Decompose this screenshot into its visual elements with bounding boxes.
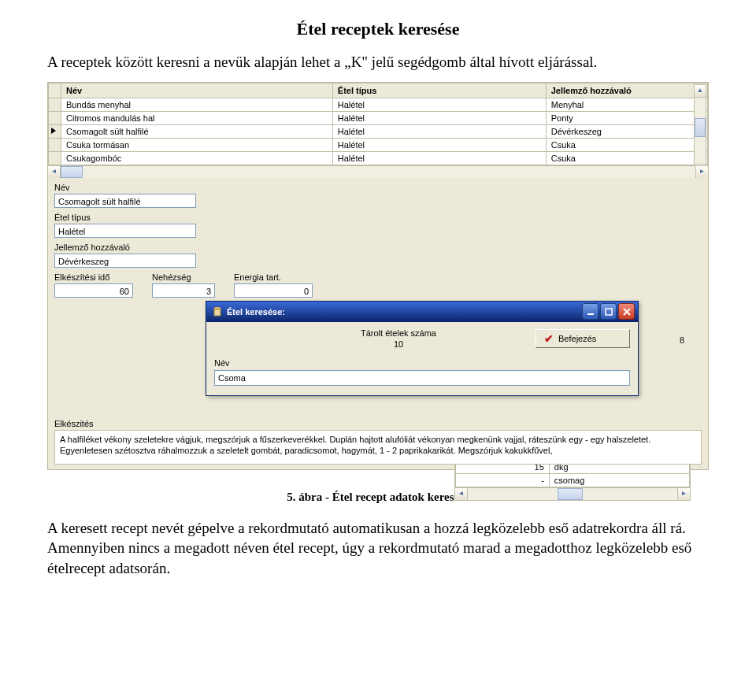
counter-label: Tárolt ételek száma <box>261 328 536 338</box>
check-icon: ✔ <box>544 332 554 345</box>
table-row[interactable]: Citromos mandulás halHalételPonty <box>49 111 708 124</box>
grid-vertical-scrollbar[interactable]: ▲ ▼ <box>694 84 706 177</box>
grid-horizontal-scrollbar[interactable]: ◄ ► <box>48 165 708 178</box>
hscroll-thumb[interactable] <box>61 166 83 178</box>
finish-button-label: Befejezés <box>558 334 596 343</box>
dialog-titlebar[interactable]: Étel keresése: <box>206 302 638 322</box>
cell-name[interactable]: Citromos mandulás hal <box>61 111 333 124</box>
prep-text[interactable]: A halfiléket vékony szeletekre vágjuk, m… <box>54 430 702 465</box>
row-indicator <box>49 151 61 165</box>
cell-type[interactable]: Halétel <box>332 111 546 124</box>
table-row[interactable]: Bundás menyhalHalételMenyhal <box>49 98 708 111</box>
cell-name[interactable]: Bundás menyhal <box>61 98 333 111</box>
cell-ingredient[interactable]: Menyhal <box>546 98 707 111</box>
side-scroll-left-button[interactable]: ◄ <box>455 488 468 500</box>
side-hscroll-thumb[interactable] <box>558 488 583 500</box>
detail-form: Név Csomagolt sült halfilé Étel típus Ha… <box>48 178 708 304</box>
difficulty-field[interactable]: 3 <box>152 283 215 298</box>
recipe-grid[interactable]: Név Étel típus Jellemző hozzávaló Bundás… <box>48 83 708 165</box>
scroll-right-button[interactable]: ► <box>695 166 708 178</box>
grid-corner <box>49 83 61 98</box>
cell-type[interactable]: Halétel <box>332 138 546 151</box>
ingredient-field[interactable]: Dévérkeszeg <box>54 254 196 268</box>
counter-value: 10 <box>261 339 536 349</box>
svg-rect-0 <box>214 309 220 316</box>
table-row[interactable]: CsukagombócHalételCsuka <box>49 151 708 165</box>
table-row[interactable]: Csomagolt sült halfiléHalételDévérkeszeg <box>49 124 708 138</box>
scroll-up-button[interactable]: ▲ <box>695 85 706 98</box>
cell-ingredient[interactable]: Dévérkeszeg <box>546 124 707 138</box>
search-name-label: Név <box>214 358 630 368</box>
intro-paragraph: A receptek között keresni a nevük alapjá… <box>47 52 709 72</box>
svg-rect-1 <box>587 313 594 315</box>
row-indicator <box>49 111 61 124</box>
col-ingredient[interactable]: Jellemző hozzávaló <box>546 83 707 98</box>
dialog-title: Étel keresése: <box>227 307 580 317</box>
col-type[interactable]: Étel típus <box>332 83 546 98</box>
minimize-button[interactable] <box>582 303 598 320</box>
time-label: Elkészítési idő <box>54 272 133 282</box>
cell-name[interactable]: Csuka tormásan <box>61 138 333 151</box>
search-dialog: Étel keresése: Tárolt étel <box>206 301 639 396</box>
maximize-button[interactable] <box>600 303 617 320</box>
cell-name[interactable]: Csukagombóc <box>61 151 333 165</box>
qty-cell[interactable]: - <box>456 473 550 487</box>
scroll-left-button[interactable]: ◄ <box>48 166 61 178</box>
cell-type[interactable]: Halétel <box>332 151 546 165</box>
energy-label: Energia tart. <box>234 272 313 282</box>
energy-field[interactable]: 0 <box>234 283 313 298</box>
outro-paragraph: A keresett recept nevét gépelve a rekord… <box>47 518 709 579</box>
time-field[interactable]: 60 <box>54 283 133 298</box>
svg-rect-2 <box>606 309 612 315</box>
unit-cell[interactable]: csomag <box>549 473 689 487</box>
cell-name[interactable]: Csomagolt sült halfilé <box>61 124 333 138</box>
name-field[interactable]: Csomagolt sült halfilé <box>54 194 196 208</box>
cell-ingredient[interactable]: Csuka <box>546 151 707 165</box>
cell-type[interactable]: Halétel <box>332 124 546 138</box>
close-button[interactable] <box>618 303 635 320</box>
table-row[interactable]: Csuka tormásanHalételCsuka <box>49 138 708 151</box>
right-count: 8 <box>680 335 684 345</box>
cell-type[interactable]: Halétel <box>332 98 546 111</box>
dialog-icon <box>211 306 224 318</box>
search-name-input[interactable] <box>214 370 630 386</box>
name-label: Név <box>54 183 196 192</box>
type-label: Étel típus <box>54 213 196 222</box>
difficulty-label: Nehézség <box>152 272 215 282</box>
list-item[interactable]: -csomag <box>456 473 690 487</box>
row-indicator <box>49 138 61 151</box>
prep-label: Elkészités <box>48 416 708 428</box>
row-indicator <box>49 124 61 138</box>
doc-title: Étel receptek keresése <box>47 19 709 39</box>
screenshot-panel: Név Étel típus Jellemző hozzávaló Bundás… <box>47 82 709 470</box>
ingredient-label: Jellemző hozzávaló <box>54 243 196 252</box>
side-scroll-right-button[interactable]: ► <box>677 488 690 500</box>
col-name[interactable]: Név <box>61 83 333 98</box>
row-indicator <box>49 98 61 111</box>
cell-ingredient[interactable]: Csuka <box>546 138 707 151</box>
finish-button[interactable]: ✔ Befejezés <box>536 329 630 348</box>
scroll-thumb[interactable] <box>695 118 706 137</box>
cell-ingredient[interactable]: Ponty <box>546 111 707 124</box>
type-field[interactable]: Halétel <box>54 224 196 238</box>
